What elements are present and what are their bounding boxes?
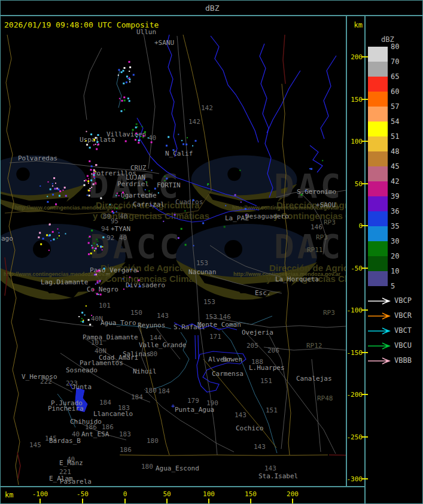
map-label: N_Calif (165, 150, 193, 157)
radar-echo (118, 195, 120, 196)
radar-echo (172, 149, 174, 151)
radar-echo (48, 250, 50, 251)
colorbar-tick-label: 36 (391, 207, 409, 215)
radar-echo (99, 280, 101, 282)
map-label: 80 (150, 350, 157, 358)
colorbar-tick-label: 30 (391, 237, 409, 245)
radar-echo (139, 286, 141, 287)
colorbar-box (368, 136, 388, 151)
radar-echo (47, 201, 48, 203)
colorbar-box (368, 181, 388, 196)
map-label: 206 (267, 347, 279, 354)
radar-echo (124, 99, 126, 101)
radar-echo (96, 165, 98, 166)
radar-echo (102, 246, 103, 247)
radar-echo (92, 247, 93, 249)
map-river2-line (117, 71, 121, 108)
map-river-line (211, 36, 258, 142)
radar-echo (178, 237, 179, 239)
map-label: 94 (101, 225, 109, 233)
bottom-axis-tick (208, 499, 209, 503)
colorbar-box (368, 271, 388, 286)
map-label: 184 (131, 393, 143, 401)
radar-echo (59, 190, 61, 192)
map-label: S.Geronimo (297, 188, 336, 196)
radar-echo (90, 169, 92, 171)
map-label: 143 (235, 411, 247, 419)
radar-echo (306, 190, 307, 192)
map-red-line (17, 453, 20, 479)
radar-echo (148, 137, 149, 138)
radar-echo (94, 250, 95, 251)
radar-echo (87, 175, 89, 177)
radar-echo (100, 198, 102, 199)
right-axis-tick (361, 352, 368, 353)
radar-echo (181, 140, 182, 141)
page-title: dBZ (205, 4, 219, 13)
radar-echo (83, 320, 84, 321)
radar-echo (117, 193, 118, 194)
radar-echo (207, 183, 209, 185)
map-gray-line (39, 319, 93, 326)
radar-echo (98, 144, 99, 145)
radar-echo (145, 189, 146, 190)
radar-echo (115, 195, 117, 196)
map-label: CRUZ (130, 164, 147, 172)
map-label: Perdriel (117, 180, 149, 188)
radar-echo (124, 67, 126, 69)
radar-echo (142, 126, 143, 127)
radar-echo (86, 144, 88, 145)
colorbar-box (368, 107, 388, 122)
right-axis: km 200150100500-50-100-150-200-250-300 (347, 16, 364, 486)
radar-echo (164, 180, 165, 181)
radar-echo (245, 214, 247, 215)
radar-echo (121, 71, 123, 73)
map-label: Ugarteche (121, 192, 157, 199)
radar-echo (133, 74, 135, 76)
colorbar-tick-label: 42 (391, 177, 409, 186)
timestamp: 2026/01/19 09:48:00 UTC Composite (4, 20, 159, 29)
radar-echo (129, 100, 130, 102)
radar-echo (84, 180, 85, 181)
map-label: Nacunan (188, 268, 216, 276)
radar-echo (96, 271, 98, 272)
radar-echo (181, 228, 182, 230)
map-label: Valle_Grande (139, 341, 186, 349)
radar-echo (138, 142, 139, 144)
radar-echo (192, 145, 193, 147)
map-label: 151 (266, 406, 278, 414)
map-label: Co_Negro (87, 286, 118, 293)
vector-arrow-icon (367, 297, 392, 305)
map-label: L.Huarpes (249, 364, 285, 372)
bottom-axis-tick (39, 499, 41, 503)
colorbar-tick-label: 10 (391, 267, 409, 275)
map-label: 146 (311, 223, 322, 231)
bottom-axis-tick-label: -100 (32, 490, 48, 498)
radar-echo (94, 178, 95, 179)
right-axis-tick-label: -250 (347, 433, 363, 441)
radar-echo (136, 123, 138, 125)
legend-label: VBCT (394, 326, 412, 335)
colorbar-tick-label: 70 (391, 57, 409, 66)
radar-echo (151, 170, 153, 171)
colorbar-box (368, 226, 388, 241)
radar-echo (185, 144, 187, 145)
map-label: Cochico (236, 424, 263, 432)
bottom-axis-unit: km (5, 491, 13, 499)
radar-echo (129, 285, 130, 287)
map-label: 101 (99, 302, 111, 309)
radar-echo (93, 174, 95, 176)
radar-echo (138, 280, 140, 281)
right-axis-tick (361, 183, 368, 184)
radar-echo (93, 242, 95, 244)
colorbar-tick-label: 51 (391, 132, 409, 141)
colorbar-tick-label: 60 (391, 87, 409, 96)
map-red-line (283, 35, 285, 84)
radar-echo (99, 290, 100, 292)
radar-echo (166, 178, 168, 180)
radar-echo (88, 242, 90, 244)
radar-echo (123, 83, 124, 84)
radar-echo (119, 98, 120, 99)
right-axis-tick-label: -100 (347, 306, 363, 314)
map-label: 180 (145, 387, 157, 394)
